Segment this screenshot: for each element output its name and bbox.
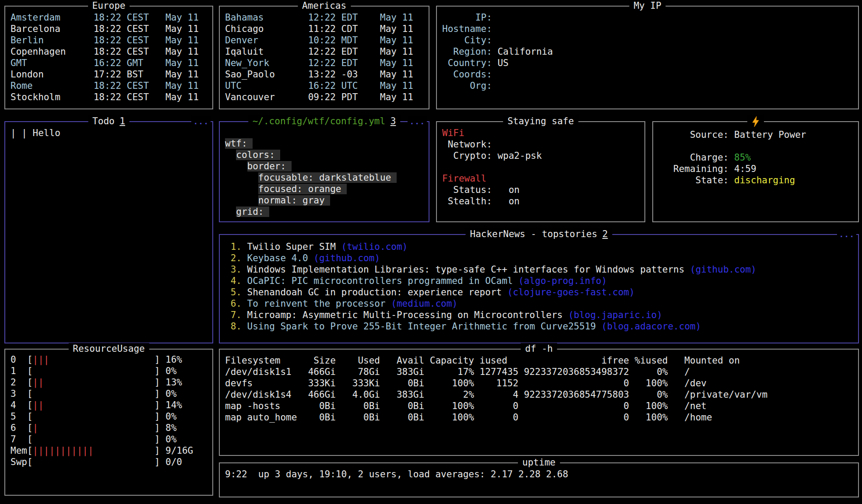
ip-info-row: IP:: [442, 12, 853, 23]
hackernews-panel-title: HackerNews - topstories2: [466, 228, 612, 240]
config-line: focusable: darkslateblue: [225, 172, 423, 183]
more-indicator-icon: ...: [837, 229, 856, 240]
resource-usage-meters: 0 [||| ] 16%1 [ ] 0%2 [|| ] 13%3 [ ] 0%4…: [5, 350, 212, 471]
clock-row: Copenhagen 18:22 CEST May 11: [11, 46, 207, 57]
battery-info: Source: Battery Power Charge: 85%Remaini…: [653, 122, 858, 189]
story-row[interactable]: 4. OCaPIC: PIC microcontrollers programm…: [225, 275, 853, 287]
clock-row: Stockholm 18:22 CEST May 11: [11, 91, 207, 103]
story-row[interactable]: 6. To reinvent the processor (medium.com…: [225, 298, 853, 309]
config-line: colors:: [225, 149, 423, 161]
ip-info-row: Org:: [442, 80, 853, 91]
europe-panel-title: Europe: [88, 0, 130, 11]
story-row[interactable]: 7. Microamp: Asymmetric Multi-Processing…: [225, 309, 853, 321]
resource-usage-panel: ResourceUsage 0 [||| ] 16%1 [ ] 0%2 [|| …: [4, 349, 213, 496]
clock-row: Rome 18:22 CEST May 11: [11, 80, 207, 91]
americas-clock-list: Bahamas 12:22 EDT May 11Chicago 11:22 CD…: [220, 7, 429, 106]
disk-usage-panel: df -h Filesystem Size Used Avail Capacit…: [219, 349, 859, 456]
resource-meter-row: 2 [|| ] 13%: [11, 377, 207, 388]
ip-info-row: Coords:: [442, 69, 853, 80]
df-row: /dev/disk1s4 466Gi 4.0Gi 383Gi 2% 4 9223…: [225, 389, 853, 400]
story-row[interactable]: 1. Twilio Super SIM (twilio.com): [225, 241, 853, 252]
my-ip-list: IP: Hostname: City: Region: California C…: [437, 7, 858, 95]
config-file-text: wtf: colors: border: focusable: darkslat…: [220, 122, 429, 221]
europe-clock-list: Amsterdam 18:22 CEST May 11Barcelona 18:…: [5, 7, 212, 106]
clock-row: Barcelona 18:22 CEST May 11: [11, 23, 207, 35]
df-row: map auto_home 0Bi 0Bi 0Bi 100% 0 0 100% …: [225, 412, 853, 423]
ip-info-row: Country: US: [442, 57, 853, 69]
my-ip-panel: My IP IP: Hostname: City: Region: Califo…: [436, 6, 859, 109]
resource-meter-row: 1 [ ] 0%: [11, 365, 207, 377]
security-panel: Staying safe WiFi Network: Crypto: wpa2-…: [436, 121, 645, 222]
resource-meter-row: Mem[||||||||||| ] 9/16G: [11, 445, 207, 456]
my-ip-panel-title: My IP: [629, 0, 665, 11]
resource-usage-panel-title: ResourceUsage: [68, 343, 149, 354]
hackernews-badge: 2: [602, 229, 608, 239]
config-file-panel[interactable]: ~/.config/wtf/config.yml3 ... wtf: color…: [219, 121, 429, 222]
clock-row: Iqaluit 12:22 EDT May 11: [225, 46, 423, 57]
clock-row: Berlin 18:22 CEST May 11: [11, 35, 207, 46]
security-panel-title: Staying safe: [503, 116, 578, 127]
todo-panel-title: Todo1: [88, 116, 130, 127]
clock-row: Sao_Paolo 13:22 -03 May 11: [225, 69, 423, 80]
story-row[interactable]: 3. Windows Implementation Libraries: typ…: [225, 264, 853, 275]
security-row: Network:: [442, 139, 639, 150]
battery-row: Source: Battery Power: [673, 129, 853, 140]
resource-meter-row: 7 [ ] 0%: [11, 434, 207, 445]
security-info: WiFi Network: Crypto: wpa2-pskFirewall S…: [437, 122, 644, 210]
hackernews-panel[interactable]: HackerNews - topstories2 ... 1. Twilio S…: [219, 234, 859, 343]
df-header-row: Filesystem Size Used Avail Capacity iuse…: [225, 355, 853, 366]
clock-row: GMT 16:22 GMT May 11: [11, 57, 207, 69]
todo-panel[interactable]: Todo1 ... | | Hello: [4, 121, 213, 343]
security-row: Crypto: wpa2-psk: [442, 150, 639, 161]
resource-meter-row: Swp[ ] 0/0: [11, 456, 207, 468]
americas-clock-panel: Americas Bahamas 12:22 EDT May 11Chicago…: [219, 6, 429, 109]
battery-panel: Source: Battery Power Charge: 85%Remaini…: [652, 121, 859, 222]
ip-info-row: City:: [442, 35, 853, 46]
df-row: devfs 333Ki 333Ki 0Bi 100% 1152 0 100% /…: [225, 378, 853, 389]
config-line: border:: [225, 161, 423, 172]
ip-info-row: Hostname:: [442, 23, 853, 35]
disk-usage-panel-title: df -h: [521, 343, 557, 354]
battery-panel-title: [747, 116, 764, 127]
security-row: Firewall: [442, 173, 639, 184]
clock-row: New_York 12:22 EDT May 11: [225, 57, 423, 69]
clock-row: Chicago 11:22 CDT May 11: [225, 23, 423, 35]
battery-row: State: discharging: [673, 175, 853, 186]
more-indicator-icon: ...: [408, 116, 427, 127]
story-row[interactable]: 5. Shenandoah GC in production: experien…: [225, 287, 853, 298]
resource-meter-row: 3 [ ] 0%: [11, 388, 207, 399]
lightning-bolt-icon: [752, 116, 760, 127]
hackernews-title-text: HackerNews - topstories: [470, 229, 598, 239]
config-file-path: ~/.config/wtf/config.yml: [253, 116, 385, 126]
clock-row: Bahamas 12:22 EDT May 11: [225, 12, 423, 23]
resource-meter-row: 6 [| ] 8%: [11, 422, 207, 434]
clock-row: Denver 10:22 MDT May 11: [225, 35, 423, 46]
story-row[interactable]: 2. Keybase 4.0 (github.com): [225, 252, 853, 264]
resource-meter-row: 4 [|| ] 14%: [11, 399, 207, 411]
security-row: [442, 161, 639, 173]
todo-title-text: Todo: [92, 116, 115, 126]
resource-meter-row: 5 [ ] 0%: [11, 411, 207, 422]
battery-row: Charge: 85%: [673, 152, 853, 163]
todo-badge: 1: [120, 116, 125, 126]
ip-info-row: Region: California: [442, 46, 853, 57]
hackernews-story-list: 1. Twilio Super SIM (twilio.com) 2. Keyb…: [220, 235, 858, 336]
wtf-dashboard: Europe Amsterdam 18:22 CEST May 11Barcel…: [0, 0, 862, 504]
config-line: grid:: [225, 206, 423, 217]
config-line: normal: gray: [225, 195, 423, 206]
europe-clock-panel: Europe Amsterdam 18:22 CEST May 11Barcel…: [4, 6, 213, 109]
battery-row: Remaining: 4:59: [673, 163, 853, 175]
df-row: /dev/disk1s1 466Gi 78Gi 383Gi 17% 127743…: [225, 366, 853, 378]
security-row: Stealth: on: [442, 196, 639, 207]
config-panel-title: ~/.config/wtf/config.yml3: [248, 116, 401, 127]
story-row[interactable]: 8. Using Spark to Prove 255-Bit Integer …: [225, 321, 853, 332]
uptime-panel-title: uptime: [518, 457, 560, 468]
more-indicator-icon: ...: [191, 116, 211, 127]
security-row: WiFi: [442, 127, 639, 139]
clock-row: UTC 16:22 UTC May 11: [225, 80, 423, 91]
clock-row: Amsterdam 18:22 CEST May 11: [11, 12, 207, 23]
clock-row: London 17:22 BST May 11: [11, 69, 207, 80]
battery-row: [673, 140, 853, 152]
uptime-panel: uptime 9:22 up 3 days, 19:10, 2 users, l…: [219, 462, 859, 497]
config-line: wtf:: [225, 138, 423, 149]
